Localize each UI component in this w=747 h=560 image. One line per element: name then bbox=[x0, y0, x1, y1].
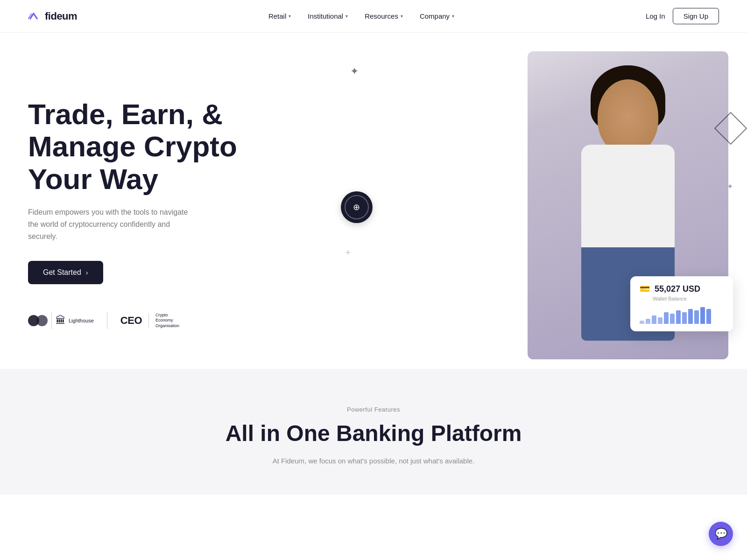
ceo-label: CEO bbox=[120, 315, 142, 327]
nav-links: Retail ▾ Institutional ▾ Resources ▾ Com… bbox=[268, 12, 454, 20]
partner-mastercard-lighthouse: 🏛 Lighthouse bbox=[28, 312, 94, 329]
partner-divider-2 bbox=[107, 312, 107, 329]
chart-bar bbox=[676, 310, 681, 324]
figure-head bbox=[598, 79, 658, 154]
chart-bar bbox=[694, 310, 699, 324]
company-chevron-icon: ▾ bbox=[452, 14, 454, 19]
hero-subtitle: Fideum empowers you with the tools to na… bbox=[28, 206, 196, 242]
chart-bar bbox=[682, 312, 687, 324]
nav-actions: Log In Sign Up bbox=[646, 8, 719, 24]
logo[interactable]: fideum bbox=[28, 10, 77, 22]
ceo-logo: CEO Crypto Economy Organisation bbox=[120, 313, 179, 329]
chart-bar bbox=[688, 309, 693, 324]
chart-bar bbox=[670, 314, 675, 324]
lighthouse-logo: 🏛 Lighthouse bbox=[56, 315, 94, 327]
hero-section: Trade, Earn, & Manage Crypto Your Way Fi… bbox=[0, 33, 747, 369]
features-subtitle: At Fideum, we focus on what's possible, … bbox=[257, 455, 490, 467]
wallet-header: 💳 55,027 USD bbox=[640, 284, 724, 294]
mastercard-logo bbox=[28, 315, 48, 326]
nav-company[interactable]: Company ▾ bbox=[420, 12, 454, 20]
hero-left: Trade, Earn, & Manage Crypto Your Way Fi… bbox=[28, 61, 388, 329]
features-title: All in One Banking Platform bbox=[28, 420, 719, 446]
login-button[interactable]: Log In bbox=[646, 12, 665, 20]
nav-institutional[interactable]: Institutional ▾ bbox=[308, 12, 348, 20]
arrow-icon: › bbox=[86, 269, 88, 276]
partner-logos: 🏛 Lighthouse CEO Crypto Economy Organisa… bbox=[28, 312, 388, 329]
nav-retail[interactable]: Retail ▾ bbox=[268, 12, 291, 20]
partner-divider-1 bbox=[51, 312, 52, 329]
chart-bar bbox=[658, 317, 662, 324]
chart-bar bbox=[640, 321, 644, 324]
chart-bar bbox=[706, 309, 711, 324]
retail-chevron-icon: ▾ bbox=[289, 14, 291, 19]
ceo-subtitle: Crypto Economy Organisation bbox=[155, 313, 179, 329]
lighthouse-text: Lighthouse bbox=[69, 318, 94, 323]
wallet-amount: 55,027 USD bbox=[655, 284, 700, 294]
hero-right: ✦ ✦ + ⊕ 💳 55,027 USD Wallet Balance bbox=[388, 51, 719, 359]
hero-title: Trade, Earn, & Manage Crypto Your Way bbox=[28, 98, 271, 195]
brand-name: fideum bbox=[45, 10, 77, 22]
lighthouse-icon: 🏛 bbox=[56, 315, 66, 327]
chart-bar bbox=[700, 307, 705, 324]
wallet-chart bbox=[640, 307, 724, 324]
get-started-button[interactable]: Get Started › bbox=[28, 261, 103, 284]
chart-bar bbox=[652, 315, 656, 324]
logo-icon bbox=[28, 12, 41, 21]
mc-circle-right bbox=[36, 315, 48, 326]
wallet-icon: 💳 bbox=[640, 284, 650, 294]
ceo-divider bbox=[148, 314, 149, 328]
chart-bar bbox=[646, 319, 650, 324]
signup-button[interactable]: Sign Up bbox=[673, 8, 719, 24]
features-section: Powerful Features All in One Banking Pla… bbox=[0, 369, 747, 495]
institutional-chevron-icon: ▾ bbox=[345, 14, 348, 19]
resources-chevron-icon: ▾ bbox=[401, 14, 403, 19]
chart-bar bbox=[664, 312, 669, 324]
wallet-card: 💳 55,027 USD Wallet Balance bbox=[630, 276, 733, 331]
features-section-label: Powerful Features bbox=[28, 406, 719, 413]
navbar: fideum Retail ▾ Institutional ▾ Resource… bbox=[0, 0, 747, 33]
wallet-label: Wallet Balance bbox=[653, 296, 724, 301]
nav-resources[interactable]: Resources ▾ bbox=[365, 12, 403, 20]
